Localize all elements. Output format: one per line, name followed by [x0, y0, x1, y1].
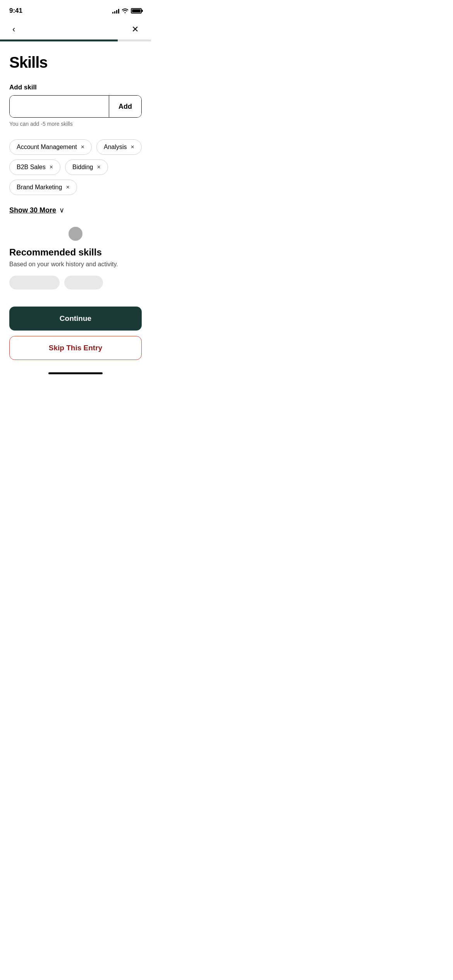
add-skill-row: Add: [9, 95, 142, 118]
close-button[interactable]: ✕: [129, 23, 142, 36]
skills-tags: Account Management × Analysis × B2B Sale…: [9, 139, 142, 195]
status-time: 9:41: [9, 7, 22, 15]
recommended-subtitle: Based on your work history and activity.: [9, 261, 142, 268]
show-more-row[interactable]: Show 30 More ∨: [9, 206, 142, 214]
wifi-icon: [122, 8, 129, 14]
skill-tag-brand-marketing[interactable]: Brand Marketing ×: [9, 180, 77, 195]
skill-input[interactable]: [10, 96, 109, 117]
bottom-buttons: Continue Skip This Entry: [0, 302, 151, 368]
skill-tag-b2b-sales[interactable]: B2B Sales ×: [9, 159, 60, 175]
loading-line-1: [9, 276, 60, 290]
remove-skill-icon[interactable]: ×: [97, 164, 100, 171]
status-bar: 9:41: [0, 0, 151, 19]
back-button[interactable]: ‹: [9, 23, 18, 36]
loading-line-2: [64, 276, 103, 290]
remove-skill-icon[interactable]: ×: [50, 164, 53, 171]
main-content: Skills Add skill Add You can add -5 more…: [0, 41, 151, 290]
nav-bar: ‹ ✕: [0, 19, 151, 39]
add-skill-button[interactable]: Add: [109, 96, 141, 117]
skill-tag-label: Account Management: [17, 144, 77, 151]
page-title: Skills: [9, 54, 142, 71]
skill-hint: You can add -5 more skills: [9, 121, 142, 127]
skill-tag-label: Brand Marketing: [17, 184, 62, 191]
recommended-title: Recommended skills: [9, 247, 142, 258]
skill-tag-analysis[interactable]: Analysis ×: [96, 139, 142, 155]
continue-button[interactable]: Continue: [9, 307, 142, 331]
home-indicator: [0, 368, 151, 377]
skill-tag-label: Bidding: [72, 164, 93, 171]
remove-skill-icon[interactable]: ×: [81, 144, 84, 151]
skill-tag-label: Analysis: [104, 144, 127, 151]
home-indicator-bar: [48, 372, 103, 374]
battery-icon: [131, 8, 142, 14]
skill-tag-account-management[interactable]: Account Management ×: [9, 139, 92, 155]
recommended-loading-lines: [9, 276, 142, 290]
remove-skill-icon[interactable]: ×: [66, 184, 69, 191]
show-more-text: Show 30 More: [9, 206, 56, 214]
add-skill-label: Add skill: [9, 84, 142, 91]
section-divider-dot: [69, 227, 82, 241]
status-icons: [112, 8, 142, 14]
remove-skill-icon[interactable]: ×: [131, 144, 134, 151]
skip-button[interactable]: Skip This Entry: [9, 336, 142, 360]
signal-icon: [112, 8, 119, 14]
chevron-down-icon: ∨: [59, 206, 64, 214]
skill-tag-bidding[interactable]: Bidding ×: [65, 159, 108, 175]
skill-tag-label: B2B Sales: [17, 164, 46, 171]
